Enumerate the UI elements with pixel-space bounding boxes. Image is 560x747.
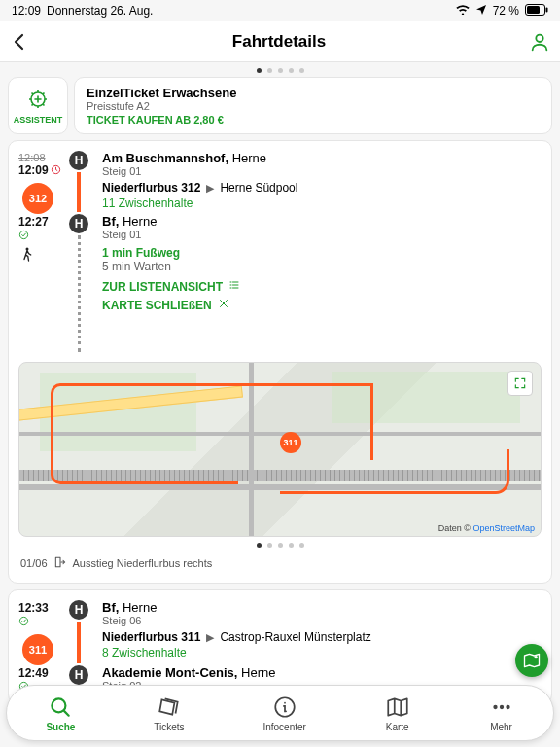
svg-rect-1 [527, 6, 540, 14]
clock-icon [51, 163, 61, 177]
svg-point-14 [499, 704, 503, 708]
dot-icon [267, 543, 272, 548]
journey-segment-1: 12:08 12:09 312 H Am Buschmannshof, Hern… [8, 140, 552, 584]
svg-point-13 [493, 704, 497, 708]
svg-point-3 [536, 34, 542, 41]
line-badge: 311 [22, 634, 53, 665]
tab-label: Tickets [154, 722, 184, 732]
svg-rect-2 [546, 7, 548, 12]
route-name: Niederflurbus 312 [102, 181, 200, 195]
from-stop: Am Buschmannshof, Herne [102, 151, 542, 165]
tab-label: Karte [386, 722, 409, 732]
more-icon [489, 694, 514, 720]
map-attribution: Daten © OpenStreetMap [438, 523, 535, 533]
intermediate-stops[interactable]: 8 Zwischenhalte [102, 646, 542, 659]
wifi-icon [456, 4, 470, 18]
tickets-icon [157, 694, 182, 720]
tab-infocenter[interactable]: Infocenter [262, 694, 305, 732]
map-icon [385, 694, 410, 720]
dot-icon [299, 68, 304, 73]
svg-point-15 [506, 704, 509, 708]
walk-time: 1 min Fußweg [102, 246, 542, 260]
exit-info: 01/06 Ausstieg Niederflurbus rechts [18, 550, 542, 573]
tab-suche[interactable]: Suche [46, 694, 75, 732]
arrow-right-icon: ▶ [206, 182, 214, 195]
fullscreen-button[interactable] [508, 371, 533, 396]
tab-mehr[interactable]: Mehr [489, 694, 514, 732]
list-view-link[interactable]: ZUR LISTENANSICHT [102, 279, 542, 294]
stop-node-icon: H [69, 600, 88, 620]
route-info[interactable]: Niederflurbus 311 ▶ Castrop-Rauxel Münst… [102, 630, 542, 644]
search-icon [48, 694, 73, 720]
line-badge: 312 [22, 183, 53, 214]
route-destination: Castrop-Rauxel Münsterplatz [220, 630, 370, 644]
svg-point-10 [535, 656, 538, 658]
ticket-title: EinzelTicket Erwachsene [87, 86, 540, 100]
tab-karte[interactable]: Karte [385, 694, 410, 732]
info-icon [272, 694, 298, 720]
ticket-cta: TICKET KAUFEN AB 2,80 € [87, 114, 540, 125]
svg-point-11 [52, 698, 66, 712]
tab-tickets[interactable]: Tickets [154, 694, 184, 732]
ticket-subtitle: Preisstufe A2 [87, 100, 540, 112]
map-page-dots [18, 539, 542, 550]
route-line-icon [77, 172, 81, 212]
svg-point-6 [19, 231, 27, 238]
walk-icon [18, 246, 36, 264]
stop-node-icon: H [69, 665, 88, 685]
to-stop: Akademie Mont-Cenis, Herne [102, 665, 542, 680]
tab-label: Mehr [490, 722, 512, 732]
from-stop: Bf, Herne [102, 600, 542, 615]
location-icon [475, 4, 487, 18]
check-icon [18, 229, 29, 242]
from-platform: Steig 01 [102, 165, 542, 177]
route-destination: Herne Südpool [220, 181, 298, 195]
assistent-button[interactable]: ASSISTENT [8, 77, 68, 134]
arrival-time: 12:27 [18, 215, 49, 229]
departure-time-actual: 12:33 [18, 601, 49, 615]
osm-link[interactable]: OpenStreetMap [472, 523, 535, 533]
status-bar: 12:09 Donnerstag 26. Aug. 72 % [0, 0, 560, 21]
dot-icon [278, 68, 283, 73]
dot-icon [299, 543, 304, 548]
show-on-map-button[interactable] [515, 644, 548, 677]
dot-icon [289, 543, 294, 548]
exit-side-icon [53, 555, 67, 571]
dot-icon [278, 543, 283, 548]
gear-plus-icon [26, 88, 50, 111]
dot-icon [289, 68, 294, 73]
back-button[interactable] [10, 32, 29, 52]
wait-time: 5 min Warten [102, 260, 542, 273]
status-battery-text: 72 % [493, 4, 519, 18]
profile-button[interactable] [529, 31, 550, 53]
svg-point-8 [19, 617, 27, 624]
exit-page-indicator: 01/06 [20, 557, 48, 569]
arrow-right-icon: ▶ [206, 631, 214, 644]
departure-time-actual: 12:09 [18, 163, 49, 177]
route-name: Niederflurbus 311 [102, 630, 200, 644]
dot-icon [257, 543, 262, 548]
stop-node-icon: H [69, 151, 88, 170]
route-info[interactable]: Niederflurbus 312 ▶ Herne Südpool [102, 181, 542, 195]
dot-icon [257, 68, 262, 73]
route-line-icon [77, 622, 81, 663]
walk-line-icon [78, 235, 81, 352]
assistent-label: ASSISTENT [14, 115, 63, 124]
status-time: 12:09 [12, 4, 41, 18]
page-dots-top [0, 62, 560, 77]
arrival-time: 12:49 [18, 666, 49, 680]
intermediate-stops[interactable]: 11 Zwischenhalte [102, 196, 542, 210]
status-date: Donnerstag 26. Aug. [47, 4, 153, 18]
route-map[interactable]: 311 Daten © OpenStreetMap [18, 362, 542, 537]
battery-icon [525, 4, 548, 18]
list-icon [228, 279, 240, 294]
departure-time-scheduled: 12:08 [18, 152, 61, 163]
ticket-card[interactable]: EinzelTicket Erwachsene Preisstufe A2 TI… [74, 77, 552, 134]
close-map-link[interactable]: KARTE SCHLIEßEN [102, 298, 542, 312]
check-icon [18, 615, 29, 628]
header: Fahrtdetails [0, 21, 560, 62]
from-platform: Steig 06 [102, 615, 542, 626]
exit-info-text: Ausstieg Niederflurbus rechts [73, 557, 213, 569]
tab-label: Infocenter [262, 722, 305, 732]
tab-label: Suche [46, 722, 75, 732]
